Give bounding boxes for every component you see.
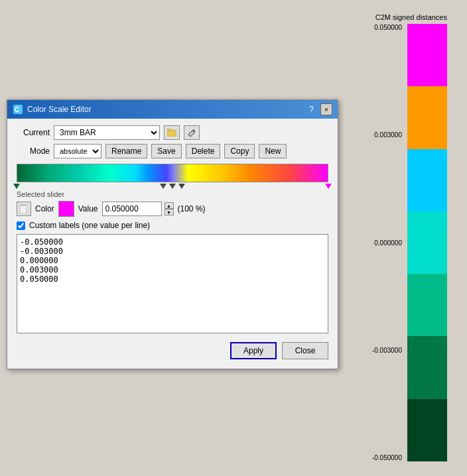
close-button[interactable]: × [320,103,332,115]
scale-label-2: 0.003000 [372,131,402,139]
folder-icon [167,129,176,137]
dialog-titlebar: C Color Scale Editor ? × [7,100,338,119]
scale-label-4: -0.003000 [372,347,402,354]
scale-labels: 0.050000 0.003000 0.000000 -0.003000 -0.… [372,24,402,461]
mode-select[interactable]: absolute relative [54,144,101,158]
percent-label: (100 %) [178,204,206,213]
paste-icon-btn[interactable] [17,202,31,216]
scale-seg-3 [407,149,447,211]
scale-bar [407,24,447,461]
paste-icon [19,204,29,213]
slider-marker-1[interactable] [13,184,20,189]
color-scale-editor-dialog: C Color Scale Editor ? × Current 3mm BAR [7,99,338,369]
custom-labels-label: Custom labels (one value per line) [29,221,150,230]
scale-seg-1 [407,24,447,86]
labels-textarea[interactable]: -0.050000 -0.003000 0.000000 0.003000 0.… [17,234,328,333]
custom-labels-row: Custom labels (one value per line) [17,221,328,230]
spin-up-btn[interactable]: ▲ [165,202,174,209]
color-scale-panel: C2M signed distances 0.050000 0.003000 0… [372,13,447,461]
scale-label-top: 0.050000 [372,24,402,31]
svg-text:C: C [15,106,19,113]
new-button[interactable]: New [259,144,287,158]
gradient-container[interactable] [17,164,328,188]
edit-icon-btn[interactable] [184,125,200,140]
color-swatch[interactable] [58,201,74,217]
copy-button[interactable]: Copy [224,144,255,158]
current-row: Current 3mm BAR [17,125,328,140]
scale-label-bottom: -0.050000 [372,454,402,461]
spin-controls: ▲ ▼ [165,202,174,215]
folder-icon-btn[interactable] [164,125,180,140]
dialog-content: Current 3mm BAR [7,119,338,369]
dialog-title: Color Scale Editor [27,105,92,114]
slider-marker-3[interactable] [169,184,176,189]
scale-seg-2 [407,86,447,149]
apply-button[interactable]: Apply [230,342,277,359]
svg-rect-2 [167,130,176,137]
scale-bar-row: 0.050000 0.003000 0.000000 -0.003000 -0.… [372,24,447,461]
value-label: Value [78,204,98,213]
gradient-bar[interactable] [17,164,328,182]
current-select[interactable]: 3mm BAR [54,125,160,140]
slider-marker-2[interactable] [160,184,167,189]
close-dialog-button[interactable]: Close [282,342,328,359]
rename-button[interactable]: Rename [105,144,147,158]
scale-seg-5 [407,274,447,336]
color-scale-title: C2M signed distances [375,13,447,21]
scale-seg-4 [407,211,447,274]
selected-slider-section: Selected slider Color Value 0.050000 [17,190,328,217]
scale-label-3: 0.000000 [372,239,402,247]
custom-labels-checkbox[interactable] [17,221,25,230]
slider-controls-row: Color Value 0.050000 ▲ ▼ (100 %) [17,201,328,217]
slider-marker-5[interactable] [325,184,332,189]
svg-rect-3 [167,129,170,131]
delete-button[interactable]: Delete [186,144,221,158]
save-button[interactable]: Save [151,144,181,158]
value-input-container: 0.050000 ▲ ▼ [102,202,174,216]
scale-seg-6 [407,336,447,398]
selected-slider-label: Selected slider [17,190,328,198]
color-label: Color [35,204,54,213]
dialog-icon: C [13,104,23,115]
edit-icon [187,128,196,137]
mode-row: Mode absolute relative Rename Save Delet… [17,144,328,158]
help-button[interactable]: ? [309,105,314,114]
slider-marker-4[interactable] [178,184,185,189]
svg-rect-5 [20,206,27,213]
dialog-footer: Apply Close [17,342,328,359]
mode-label: Mode [17,147,50,156]
title-left: C Color Scale Editor [13,104,92,115]
spin-down-btn[interactable]: ▼ [165,209,174,215]
scale-seg-7 [407,399,447,461]
value-input[interactable]: 0.050000 [102,202,162,216]
current-label: Current [17,128,50,137]
